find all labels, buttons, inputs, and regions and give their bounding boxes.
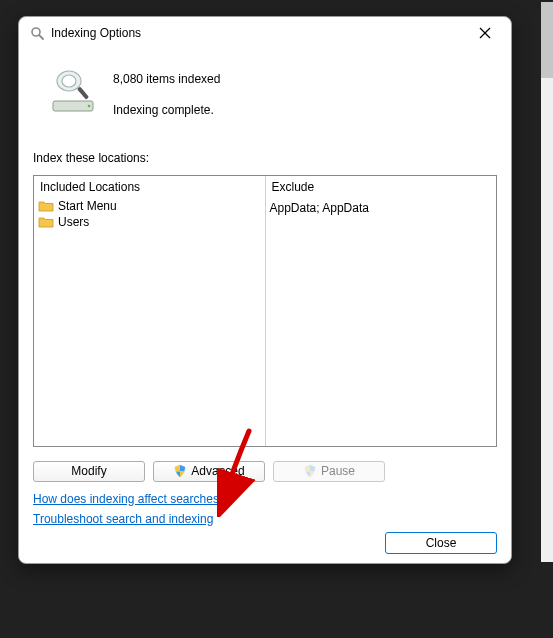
status-texts: 8,080 items indexed Indexing complete. [113,63,220,119]
scrollbar-thumb[interactable] [541,2,553,78]
svg-line-1 [39,35,43,39]
svg-point-8 [88,105,91,108]
button-label: Close [426,536,457,550]
included-locations-header: Included Locations [34,176,265,198]
location-item[interactable]: Users [34,214,265,230]
status-row: 8,080 items indexed Indexing complete. [33,57,497,125]
included-locations-column: Included Locations Start Menu Users [34,176,265,446]
indexing-options-dialog: Indexing Options [18,16,512,564]
dialog-footer: Close [33,526,497,554]
folder-icon [38,215,54,229]
uac-shield-icon [303,464,317,478]
location-label: Users [58,215,89,229]
magnifier-drive-icon [47,63,99,115]
location-label: Start Menu [58,199,117,213]
page-scrollbar[interactable] [541,2,553,562]
button-label: Pause [321,464,355,478]
items-indexed-count: 8,080 items indexed [113,71,220,88]
troubleshoot-link[interactable]: Troubleshoot search and indexing [33,512,213,526]
action-buttons-row: Modify Advanced [33,461,497,482]
modify-button[interactable]: Modify [33,461,145,482]
index-locations-label: Index these locations: [33,151,497,165]
button-label: Advanced [191,464,244,478]
location-item[interactable]: Start Menu [34,198,265,214]
close-button[interactable]: Close [385,532,497,554]
folder-icon [38,199,54,213]
advanced-button[interactable]: Advanced [153,461,265,482]
help-links: How does indexing affect searches? Troub… [33,492,497,526]
page-background: Indexing Options [0,0,553,638]
indexing-state: Indexing complete. [113,102,220,119]
svg-rect-6 [77,86,89,99]
how-indexing-link[interactable]: How does indexing affect searches? [33,492,226,506]
uac-shield-icon [173,464,187,478]
locations-listbox[interactable]: Included Locations Start Menu Users [33,175,497,447]
titlebar-close-button[interactable] [467,22,503,44]
exclude-item[interactable]: AppData; AppData [266,200,497,216]
button-label: Modify [71,464,106,478]
svg-rect-7 [53,101,93,111]
dialog-body: 8,080 items indexed Indexing complete. I… [19,47,511,566]
exclude-header: Exclude [266,176,497,198]
close-icon [479,27,491,39]
pause-button: Pause [273,461,385,482]
indexing-options-icon [29,25,45,41]
titlebar: Indexing Options [19,17,511,47]
exclude-column: Exclude AppData; AppData [266,176,497,446]
svg-point-5 [62,75,76,87]
dialog-title: Indexing Options [51,26,467,40]
